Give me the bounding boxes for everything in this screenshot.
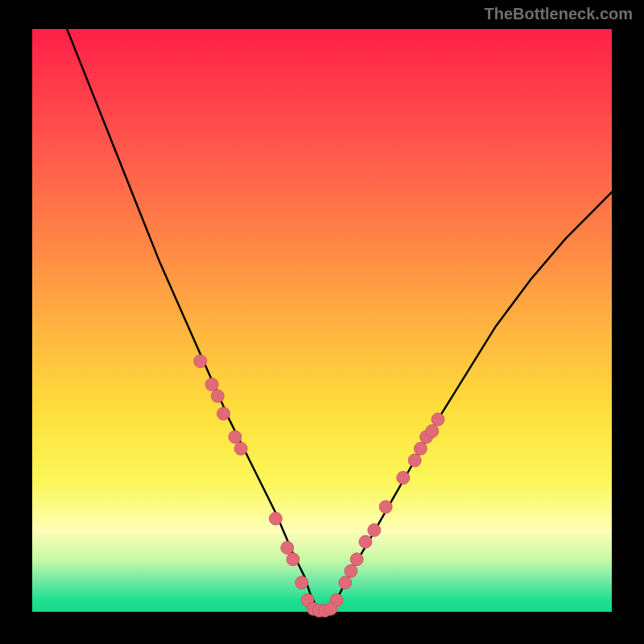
data-marker [368,524,381,537]
data-marker [287,553,299,566]
data-marker [217,407,230,420]
data-marker [194,355,207,368]
data-marker [359,535,372,548]
data-marker [379,501,392,514]
watermark: TheBottleneck.com [485,5,633,23]
data-marker [205,378,218,391]
data-marker [397,472,410,485]
data-marker [345,564,357,577]
data-marker [269,512,282,525]
data-marker [211,390,224,402]
data-marker [324,602,337,615]
bottleneck-curve [32,29,612,612]
data-marker [281,541,294,554]
data-marker [229,431,242,444]
data-marker [234,442,247,455]
data-marker [350,553,363,566]
data-marker [431,413,444,426]
chart-frame: TheBottleneck.com [0,0,644,644]
data-marker [339,576,352,589]
plot-area [32,29,612,612]
data-marker [414,442,427,455]
data-marker [408,454,421,467]
data-marker [295,576,308,589]
data-marker [426,425,439,438]
